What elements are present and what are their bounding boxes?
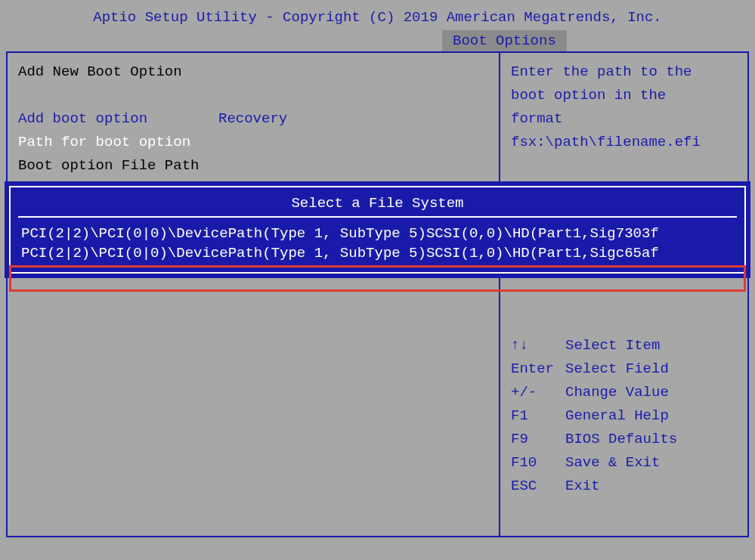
key-arrows: ↑↓ [511, 334, 565, 357]
right-pane: Enter the path to the boot option in the… [499, 53, 747, 536]
key-desc: BIOS Defaults [565, 431, 677, 447]
add-boot-option-label[interactable]: Add boot option [18, 107, 218, 131]
key-help: ↑↓Select Item EnterSelect Field +/-Chang… [511, 334, 737, 498]
left-pane: Add New Boot Option Add boot option Reco… [8, 53, 499, 536]
file-system-item[interactable]: PCI(2|2)\PCI(0|0)\DevicePath(Type 1, Sub… [11, 243, 744, 263]
tab-boot-options[interactable]: Boot Options [442, 30, 567, 51]
key-desc: Select Field [565, 360, 669, 377]
key-desc: General Help [565, 407, 669, 424]
file-system-item[interactable]: PCI(2|2)\PCI(0|0)\DevicePath(Type 1, Sub… [11, 224, 744, 243]
page-title: Add New Boot Option [18, 60, 488, 84]
key-f1: F1 [511, 404, 565, 428]
key-desc: Exit [565, 478, 600, 494]
key-esc: ESC [511, 475, 565, 498]
key-f9: F9 [511, 428, 565, 451]
file-system-dialog: Select a File System PCI(2|2)\PCI(0|0)\D… [5, 181, 750, 278]
key-desc: Save & Exit [565, 454, 660, 471]
key-plusminus: +/- [511, 381, 565, 404]
bios-header: Aptio Setup Utility - Copyright (C) 2019… [0, 8, 755, 30]
main-frame: Add New Boot Option Add boot option Reco… [6, 51, 749, 537]
dialog-title: Select a File System [11, 195, 744, 216]
dialog-divider [18, 216, 737, 218]
help-text: Enter the path to the [511, 60, 737, 84]
help-text: format [511, 107, 737, 131]
boot-option-file-path[interactable]: Boot option File Path [18, 154, 488, 178]
path-for-boot-option[interactable]: Path for boot option [18, 131, 488, 154]
key-enter: Enter [511, 357, 565, 381]
key-desc: Select Item [565, 337, 660, 354]
help-text: boot option in the [511, 84, 737, 107]
help-text: fsx:\path\filename.efi [511, 131, 737, 154]
add-boot-option-value: Recovery [218, 107, 488, 131]
key-desc: Change Value [565, 384, 669, 401]
key-f10: F10 [511, 451, 565, 475]
